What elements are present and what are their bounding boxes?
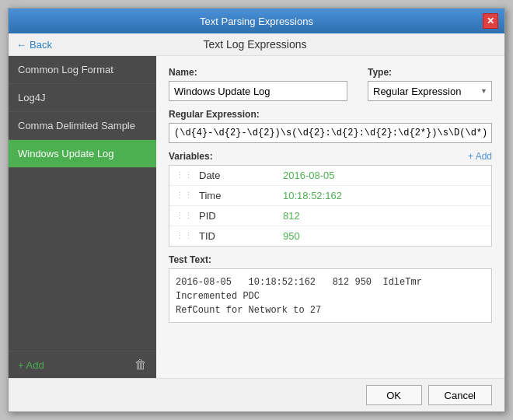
section-title: Text Log Expressions [52,38,458,51]
variable-name-pid: PID [199,210,277,222]
variables-add-button[interactable]: + Add [468,151,492,162]
close-button[interactable]: ✕ [483,13,498,29]
sidebar-add-button[interactable]: + Add [18,359,44,371]
main-panel: Name: Type: Regular Expression Delimited… [156,56,504,378]
variables-table: ⋮⋮ Date 2016-08-05 ⋮⋮ Time 10:18:52:162 … [169,165,492,247]
variable-row-date: ⋮⋮ Date 2016-08-05 [169,166,491,186]
variables-table-container: ⋮⋮ Date 2016-08-05 ⋮⋮ Time 10:18:52:162 … [169,165,492,247]
drag-handle-icon: ⋮⋮ [176,191,193,201]
regex-input[interactable] [169,123,492,143]
sidebar-delete-button[interactable]: 🗑 [134,358,147,372]
variable-row-pid: ⋮⋮ PID 812 [169,206,491,226]
variable-name-time: Time [199,190,277,201]
back-arrow-icon: ← [16,39,26,51]
type-select[interactable]: Regular Expression Delimited JSON [368,81,492,101]
sidebar: Common Log Format Log4J Comma Delimited … [9,56,156,378]
sidebar-item-log4j[interactable]: Log4J [9,84,156,112]
cancel-button[interactable]: Cancel [428,385,492,405]
type-select-wrapper: Regular Expression Delimited JSON [368,81,492,101]
drag-handle-icon: ⋮⋮ [176,170,193,180]
name-type-row: Name: Type: Regular Expression Delimited… [169,67,492,101]
content-area: Common Log Format Log4J Comma Delimited … [9,56,504,378]
variables-label: Variables: [169,151,213,162]
test-text-section: Test Text: 2016-08-05 10:18:52:162 812 9… [169,254,492,367]
test-text-label: Test Text: [169,254,492,265]
dialog-title: Text Parsing Expressions [30,16,483,27]
variable-row-tid: ⋮⋮ TID 950 [169,226,491,246]
variable-value-time: 10:18:52:162 [283,190,342,201]
back-button[interactable]: ← Back [16,39,52,51]
type-label: Type: [368,67,492,78]
name-label: Name: [169,67,355,78]
regex-field-group: Regular Expression: [169,109,492,143]
variables-section: Variables: + Add ⋮⋮ Date 2016-08-05 ⋮⋮ T… [169,151,492,247]
regex-label: Regular Expression: [169,109,492,120]
sidebar-footer: + Add 🗑 [9,351,156,378]
sidebar-item-comma-delimited[interactable]: Comma Delimited Sample [9,112,156,140]
dialog-footer: OK Cancel [9,378,504,411]
sidebar-item-common-log-format[interactable]: Common Log Format [9,56,156,84]
test-text-input[interactable]: 2016-08-05 10:18:52:162 812 950 IdleTmr … [169,268,492,323]
sidebar-item-windows-update-log[interactable]: Windows Update Log [9,140,156,168]
name-field-group: Name: [169,67,355,101]
drag-handle-icon: ⋮⋮ [176,211,193,221]
variable-name-tid: TID [199,230,277,242]
ok-button[interactable]: OK [366,385,422,405]
title-bar: Text Parsing Expressions ✕ [9,9,504,33]
nav-bar: ← Back Text Log Expressions [9,33,504,56]
variable-value-pid: 812 [283,210,300,222]
variable-value-tid: 950 [283,230,300,242]
variables-header: Variables: + Add [169,151,492,162]
variable-value-date: 2016-08-05 [283,170,335,181]
type-field-group: Type: Regular Expression Delimited JSON [368,67,492,101]
variable-row-time: ⋮⋮ Time 10:18:52:162 [169,186,491,206]
dialog: Text Parsing Expressions ✕ ← Back Text L… [8,8,505,412]
drag-handle-icon: ⋮⋮ [176,231,193,241]
back-label: Back [30,39,52,51]
name-input[interactable] [169,81,347,101]
variable-name-date: Date [199,170,277,181]
